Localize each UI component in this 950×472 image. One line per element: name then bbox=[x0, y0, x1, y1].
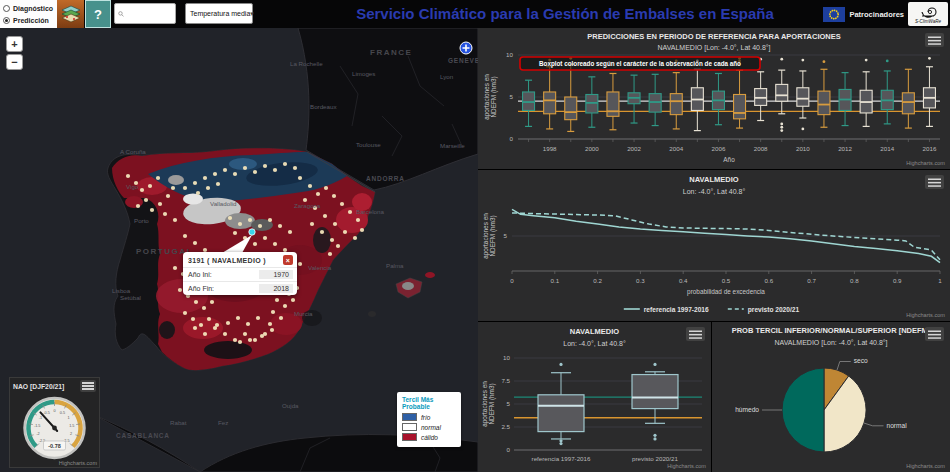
station-dot[interactable] bbox=[278, 224, 282, 228]
station-dot[interactable] bbox=[163, 212, 167, 216]
variable-select[interactable]: Temperatura media ▾ bbox=[185, 3, 253, 24]
station-dot[interactable] bbox=[298, 262, 302, 266]
station-dot[interactable] bbox=[298, 176, 302, 180]
map-panel[interactable]: FRANCEGENEVELa RochelleLimogesLyonBordea… bbox=[0, 28, 478, 472]
station-dot[interactable] bbox=[258, 224, 262, 228]
station-dot[interactable] bbox=[310, 222, 314, 226]
pie-slice-húmedo[interactable] bbox=[782, 368, 824, 452]
station-dot[interactable] bbox=[228, 216, 232, 220]
station-dot[interactable] bbox=[273, 242, 277, 246]
station-dot[interactable] bbox=[171, 186, 175, 190]
station-dot[interactable] bbox=[173, 218, 177, 222]
station-dot[interactable] bbox=[136, 204, 140, 208]
chart-menu-button[interactable] bbox=[925, 175, 944, 189]
station-dot[interactable] bbox=[233, 172, 237, 176]
station-dot[interactable] bbox=[273, 168, 277, 172]
station-dot[interactable] bbox=[291, 298, 295, 302]
station-dot[interactable] bbox=[199, 323, 203, 327]
chart-menu-button[interactable] bbox=[925, 327, 944, 341]
station-dot[interactable] bbox=[233, 338, 237, 342]
station-dot[interactable] bbox=[343, 230, 347, 234]
station-dot[interactable] bbox=[196, 191, 200, 195]
station-dot[interactable] bbox=[268, 322, 272, 326]
station-dot[interactable] bbox=[246, 322, 250, 326]
station-dot[interactable] bbox=[238, 222, 242, 226]
station-dot[interactable] bbox=[210, 300, 214, 304]
station-dot[interactable] bbox=[226, 321, 230, 325]
station-dot[interactable] bbox=[275, 298, 279, 302]
station-dot[interactable] bbox=[238, 340, 242, 344]
station-dot[interactable] bbox=[203, 176, 207, 180]
station-dot[interactable] bbox=[207, 317, 211, 321]
station-dot[interactable] bbox=[324, 186, 328, 190]
popup-close-button[interactable]: × bbox=[283, 255, 293, 265]
station-dot[interactable] bbox=[193, 241, 197, 245]
station-dot[interactable] bbox=[203, 332, 207, 336]
station-dot[interactable] bbox=[166, 194, 170, 198]
zoom-in-button[interactable]: + bbox=[6, 36, 23, 52]
station-dot[interactable] bbox=[333, 222, 337, 226]
station-dot[interactable] bbox=[253, 170, 257, 174]
station-dot[interactable] bbox=[202, 306, 206, 310]
station-dot[interactable] bbox=[336, 244, 340, 248]
zoom-out-button[interactable]: − bbox=[6, 54, 23, 70]
help-button[interactable]: ? bbox=[85, 0, 111, 28]
station-dot[interactable] bbox=[340, 202, 344, 206]
station-dot[interactable] bbox=[223, 332, 227, 336]
station-dot[interactable] bbox=[213, 172, 217, 176]
sponsors-group[interactable]: Patrocinadores S-ClimWaRe bbox=[823, 2, 948, 26]
station-dot[interactable] bbox=[279, 316, 283, 320]
chart-menu-button[interactable] bbox=[925, 33, 944, 47]
station-dot[interactable] bbox=[271, 310, 275, 314]
station-dot[interactable] bbox=[183, 311, 187, 315]
station-dot[interactable] bbox=[126, 174, 130, 178]
station-dot[interactable] bbox=[248, 218, 252, 222]
station-dot[interactable] bbox=[332, 194, 336, 198]
poi-marker[interactable] bbox=[460, 42, 472, 54]
chart-menu-button[interactable] bbox=[686, 327, 705, 341]
station-dot[interactable] bbox=[178, 288, 182, 292]
search-input[interactable] bbox=[126, 9, 172, 18]
station-dot[interactable] bbox=[260, 334, 264, 338]
station-dot[interactable] bbox=[356, 218, 360, 222]
station-dot[interactable] bbox=[263, 236, 267, 240]
sclimware-logo[interactable]: S-ClimWaRe bbox=[908, 2, 948, 26]
station-dot[interactable] bbox=[183, 234, 187, 238]
station-dot[interactable] bbox=[308, 184, 312, 188]
station-dot[interactable] bbox=[348, 210, 352, 214]
station-dot[interactable] bbox=[320, 230, 324, 234]
station-dot[interactable] bbox=[158, 202, 162, 206]
station-dot[interactable] bbox=[316, 192, 320, 196]
station-dot[interactable] bbox=[268, 218, 272, 222]
station-dot[interactable] bbox=[193, 181, 197, 185]
station-dot[interactable] bbox=[243, 166, 247, 170]
station-dot[interactable] bbox=[283, 162, 287, 166]
station-dot[interactable] bbox=[248, 338, 252, 342]
mode-radio-diagnostico[interactable]: Diagnóstico bbox=[3, 2, 57, 14]
station-dot[interactable] bbox=[191, 317, 195, 321]
station-dot[interactable] bbox=[144, 198, 148, 202]
chart-menu-button[interactable] bbox=[80, 380, 96, 392]
station-dot[interactable] bbox=[283, 304, 287, 308]
station-dot[interactable] bbox=[263, 164, 267, 168]
station-dot[interactable] bbox=[293, 166, 297, 170]
layers-button[interactable] bbox=[57, 0, 84, 28]
station-dot[interactable] bbox=[150, 208, 154, 212]
station-dot[interactable] bbox=[236, 316, 240, 320]
station-dot[interactable] bbox=[253, 242, 257, 246]
station-dot[interactable] bbox=[183, 186, 187, 190]
station-dot[interactable] bbox=[193, 326, 197, 330]
station-dot[interactable] bbox=[360, 228, 364, 232]
station-dot[interactable] bbox=[173, 266, 177, 270]
station-dot[interactable] bbox=[194, 300, 198, 304]
station-dot[interactable] bbox=[206, 186, 210, 190]
station-dot[interactable] bbox=[323, 214, 327, 218]
station-dot[interactable] bbox=[288, 230, 292, 234]
station-dot[interactable] bbox=[353, 236, 357, 240]
station-dot[interactable] bbox=[243, 332, 247, 336]
mode-radio-prediccion[interactable]: Predicción bbox=[3, 14, 57, 26]
station-dot[interactable] bbox=[216, 182, 220, 186]
station-dot[interactable] bbox=[140, 188, 144, 192]
station-dot[interactable] bbox=[213, 326, 217, 330]
station-dot[interactable] bbox=[256, 316, 260, 320]
